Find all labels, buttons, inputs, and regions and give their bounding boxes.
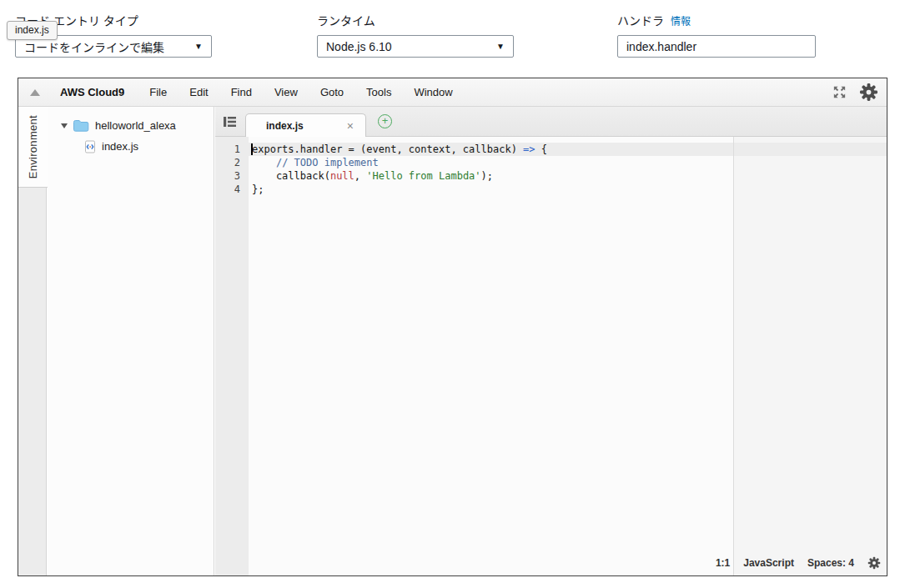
code-line[interactable]: }; [249, 183, 887, 196]
menu-goto[interactable]: Goto [320, 86, 344, 98]
editor-tabbar: index.js × + [215, 107, 887, 137]
token-plain: { [535, 143, 547, 155]
side-tab-strip: Environment [18, 107, 47, 575]
token-plain: , [354, 170, 366, 182]
tree-folder-row[interactable]: helloworld_alexa [48, 115, 214, 136]
info-link[interactable]: 情報 [671, 16, 691, 28]
beyond-print-margin [733, 137, 887, 575]
text-cursor [251, 143, 253, 155]
folder-icon [73, 119, 89, 132]
runtime-label: ランタイム [317, 12, 375, 28]
menu-view[interactable]: View [274, 86, 298, 98]
line-number[interactable]: 4 [215, 183, 249, 196]
menu-tools[interactable]: Tools [366, 86, 391, 98]
print-margin-line [733, 137, 734, 575]
token-plain: callback( [252, 170, 330, 182]
filename-tooltip: index.js [7, 21, 58, 40]
code-line[interactable]: // TODO implement [249, 156, 887, 169]
gear-icon[interactable] [867, 556, 881, 570]
token-plain: exports.handler = (event, context, callb… [252, 143, 523, 155]
token-plain: ); [481, 170, 493, 182]
gear-icon[interactable] [859, 83, 878, 102]
folder-name: helloworld_alexa [95, 119, 176, 132]
lambda-code-form: index.js コード エントリ タイプ コードをインラインで編集 ▼ ランタ… [0, 0, 905, 78]
disclosure-triangle-icon[interactable] [61, 123, 68, 128]
collapse-triangle-icon[interactable] [30, 89, 40, 96]
code-lines[interactable]: exports.handler = (event, context, callb… [249, 143, 887, 196]
line-number[interactable]: 3 [215, 169, 249, 183]
menu-edit[interactable]: Edit [189, 86, 208, 98]
tab-indexjs[interactable]: index.js × [245, 113, 366, 137]
tree-file-row[interactable]: index.js [48, 136, 214, 157]
chevron-down-icon: ▼ [194, 42, 203, 51]
editor-statusbar: 1:1 JavaScript Spaces: 4 [716, 556, 881, 570]
code-line[interactable]: exports.handler = (event, context, callb… [249, 143, 887, 156]
indent-setting[interactable]: Spaces: 4 [807, 557, 854, 569]
ide-menubar: AWS Cloud9 File Edit Find View Goto Tool… [18, 78, 887, 107]
cursor-position[interactable]: 1:1 [716, 557, 730, 569]
token-comment: // TODO implement [276, 157, 379, 168]
menu-file[interactable]: File [149, 86, 167, 98]
plus-circle-icon[interactable]: + [378, 114, 392, 128]
close-icon[interactable]: × [327, 120, 354, 132]
menu-find[interactable]: Find [231, 86, 252, 98]
cloud9-ide-frame: AWS Cloud9 File Edit Find View Goto Tool… [18, 78, 887, 576]
chevron-down-icon: ▼ [496, 42, 505, 51]
token-keyword: => [523, 143, 535, 155]
runtime-select[interactable]: Node.js 6.10 ▼ [317, 35, 514, 58]
line-number[interactable]: 1 [215, 143, 249, 156]
line-number[interactable]: 2 [215, 156, 249, 169]
tab-label: index.js [266, 120, 304, 132]
tab-list-icon[interactable] [223, 116, 237, 128]
code-entry-type-value: コードをインラインで編集 [24, 38, 164, 55]
js-file-icon [84, 140, 96, 153]
code-line[interactable]: callback(null, 'Hello from Lambda'); [249, 169, 887, 183]
menu-window[interactable]: Window [414, 86, 452, 98]
file-tree-panel: helloworld_alexa index.js [48, 107, 214, 575]
aws-cloud9-brand: AWS Cloud9 [60, 86, 124, 98]
handler-input[interactable]: index.handler [617, 35, 816, 58]
language-mode[interactable]: JavaScript [743, 557, 794, 569]
fullscreen-expand-icon[interactable] [832, 84, 847, 100]
token-constant: null [330, 170, 354, 182]
handler-label: ハンドラ情報 [617, 12, 691, 28]
token-plain: }; [252, 183, 264, 195]
line-number-gutter: 1234 [215, 137, 249, 575]
handler-value: index.handler [626, 40, 696, 53]
token-plain [252, 157, 276, 168]
tab-environment[interactable]: Environment [18, 107, 48, 188]
editor-column: index.js × + 1234 exports.handler = (eve… [215, 107, 887, 575]
code-editor[interactable]: 1234 exports.handler = (event, context, … [215, 137, 887, 575]
token-string: 'Hello from Lambda' [366, 170, 480, 182]
runtime-value: Node.js 6.10 [326, 40, 392, 53]
file-name: index.js [102, 140, 138, 153]
